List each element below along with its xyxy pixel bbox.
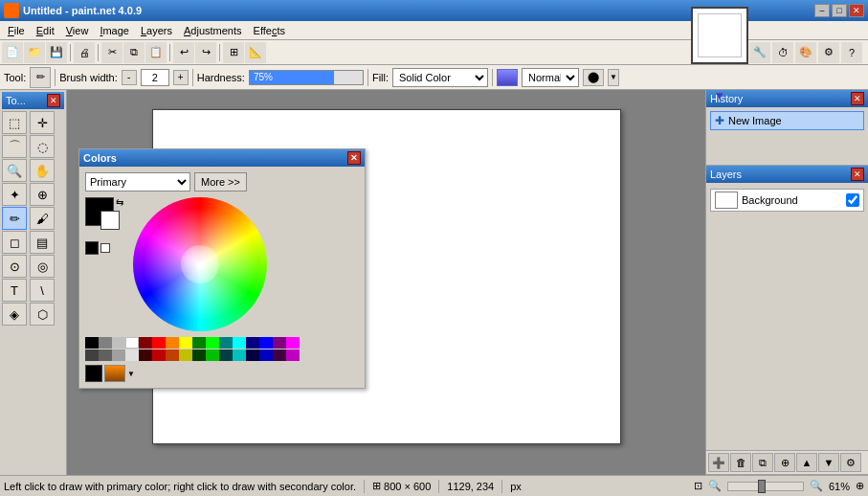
- tool-line[interactable]: \: [30, 279, 55, 302]
- black-swatch[interactable]: [85, 241, 99, 255]
- fill-select[interactable]: Solid Color: [392, 68, 488, 87]
- preset-color-yellow[interactable]: [179, 337, 192, 349]
- ruler-button[interactable]: 📐: [245, 42, 266, 63]
- tool-eyedropper[interactable]: ⊕: [30, 183, 55, 206]
- menu-image[interactable]: Image: [94, 24, 135, 37]
- save-button[interactable]: 💾: [46, 42, 67, 63]
- tool-pan[interactable]: ✋: [30, 159, 55, 182]
- preset-color-green[interactable]: [192, 337, 206, 349]
- preset-color-cyan[interactable]: [233, 337, 246, 349]
- layers-close[interactable]: ✕: [851, 168, 864, 181]
- secondary-color-swatch[interactable]: [100, 211, 120, 230]
- toolbox-close[interactable]: ✕: [47, 94, 60, 107]
- pr2-16[interactable]: [286, 349, 300, 361]
- paste-button[interactable]: 📋: [145, 42, 167, 63]
- zoom-in-button[interactable]: 🔍: [810, 480, 823, 492]
- new-button[interactable]: 📄: [2, 42, 23, 63]
- delete-layer-button[interactable]: 🗑: [730, 453, 751, 472]
- move-layer-up-button[interactable]: ▲: [796, 453, 817, 472]
- preset-color-purple[interactable]: [273, 337, 286, 349]
- tool-settings-1[interactable]: 🔧: [749, 42, 770, 63]
- color-wheel[interactable]: [133, 197, 267, 331]
- hex-primary-swatch[interactable]: [85, 365, 102, 382]
- tool-magic-wand[interactable]: ✦: [2, 183, 27, 206]
- tool-paint-bucket[interactable]: ▤: [30, 231, 55, 254]
- tool-recolor[interactable]: ◌: [30, 135, 55, 158]
- tool-rectangle-select[interactable]: ⬚: [2, 111, 27, 134]
- history-close[interactable]: ✕: [851, 92, 864, 105]
- pr2-6[interactable]: [152, 349, 166, 361]
- preset-color-maroon[interactable]: [139, 337, 152, 349]
- tool-eraser[interactable]: ◻: [2, 231, 27, 254]
- grid-button[interactable]: ⊞: [223, 42, 244, 63]
- pr2-10[interactable]: [206, 349, 219, 361]
- zoom-slider[interactable]: [727, 482, 804, 491]
- pr2-8[interactable]: [179, 349, 192, 361]
- preset-color-silver[interactable]: [112, 337, 125, 349]
- white-swatch[interactable]: [100, 243, 110, 253]
- redo-button[interactable]: ↪: [195, 42, 216, 63]
- print-button[interactable]: 🖨: [74, 42, 95, 63]
- tool-clone-stamp[interactable]: ⊙: [2, 255, 27, 278]
- tool-text[interactable]: T: [2, 279, 27, 302]
- undo-button[interactable]: ↩: [173, 42, 194, 63]
- pr2-14[interactable]: [259, 349, 273, 361]
- hex-dropdown-arrow[interactable]: ▼: [127, 365, 139, 382]
- add-layer-button[interactable]: ➕: [708, 453, 729, 472]
- history-item[interactable]: ✚ New Image: [710, 111, 864, 130]
- zoom-box-button[interactable]: ⊕: [856, 480, 864, 492]
- preset-color-navy[interactable]: [246, 337, 259, 349]
- zoom-fit-button[interactable]: ⊡: [694, 480, 702, 492]
- preset-color-gray[interactable]: [99, 337, 112, 349]
- tool-settings-4[interactable]: ⚙: [818, 42, 839, 63]
- maximize-button[interactable]: □: [832, 4, 847, 17]
- layer-item[interactable]: Background: [710, 189, 864, 212]
- layer-visibility-checkbox[interactable]: [846, 193, 859, 207]
- preset-color-red[interactable]: [152, 337, 166, 349]
- brush-width-input[interactable]: [141, 69, 169, 86]
- menu-effects[interactable]: Effects: [248, 24, 291, 37]
- tool-pencil[interactable]: ✏: [2, 207, 27, 230]
- tool-settings-3[interactable]: 🎨: [795, 42, 816, 63]
- close-button[interactable]: ✕: [849, 4, 864, 17]
- menu-file[interactable]: File: [2, 24, 31, 37]
- tool-paintbrush[interactable]: 🖌: [30, 207, 55, 230]
- preset-color-blue[interactable]: [259, 337, 273, 349]
- preset-color-black[interactable]: [85, 337, 99, 349]
- preset-color-orange[interactable]: [166, 337, 179, 349]
- blend-dropdown[interactable]: ▼: [608, 69, 619, 86]
- zoom-slider-thumb[interactable]: [758, 480, 766, 493]
- color-mode-select[interactable]: Primary Secondary: [85, 172, 190, 192]
- copy-button[interactable]: ⧉: [123, 42, 145, 63]
- pr2-11[interactable]: [219, 349, 233, 361]
- hardness-slider[interactable]: 75%: [249, 70, 364, 85]
- cut-button[interactable]: ✂: [101, 42, 122, 63]
- brush-width-decrease[interactable]: -: [122, 70, 137, 85]
- more-colors-button[interactable]: More >>: [194, 172, 247, 192]
- preset-color-magenta[interactable]: [286, 337, 300, 349]
- menu-adjustments[interactable]: Adjustments: [178, 24, 248, 37]
- brush-width-increase[interactable]: +: [173, 70, 189, 85]
- pr2-5[interactable]: [139, 349, 152, 361]
- pr2-2[interactable]: [99, 349, 112, 361]
- tool-zoom[interactable]: 🔍: [2, 159, 27, 182]
- merge-layer-button[interactable]: ⊕: [774, 453, 795, 472]
- pr2-7[interactable]: [166, 349, 179, 361]
- pr2-12[interactable]: [233, 349, 246, 361]
- tool-settings-5[interactable]: ?: [841, 42, 862, 63]
- preset-color-lime[interactable]: [206, 337, 219, 349]
- preset-color-teal[interactable]: [219, 337, 233, 349]
- tool-lasso[interactable]: ⌒: [2, 135, 27, 158]
- tool-settings-2[interactable]: ⏱: [772, 42, 793, 63]
- move-layer-down-button[interactable]: ▼: [818, 453, 839, 472]
- pr2-4[interactable]: [125, 349, 139, 361]
- minimize-button[interactable]: –: [814, 4, 830, 17]
- menu-view[interactable]: View: [60, 24, 95, 37]
- blend-extra[interactable]: ⬤: [583, 69, 604, 86]
- blend-mode-select[interactable]: Normal: [522, 68, 579, 87]
- tool-shapes[interactable]: ⬡: [30, 303, 55, 326]
- pr2-9[interactable]: [192, 349, 206, 361]
- menu-layers[interactable]: Layers: [135, 24, 178, 37]
- preset-color-white[interactable]: [125, 337, 139, 349]
- color-wheel-container[interactable]: [133, 197, 267, 331]
